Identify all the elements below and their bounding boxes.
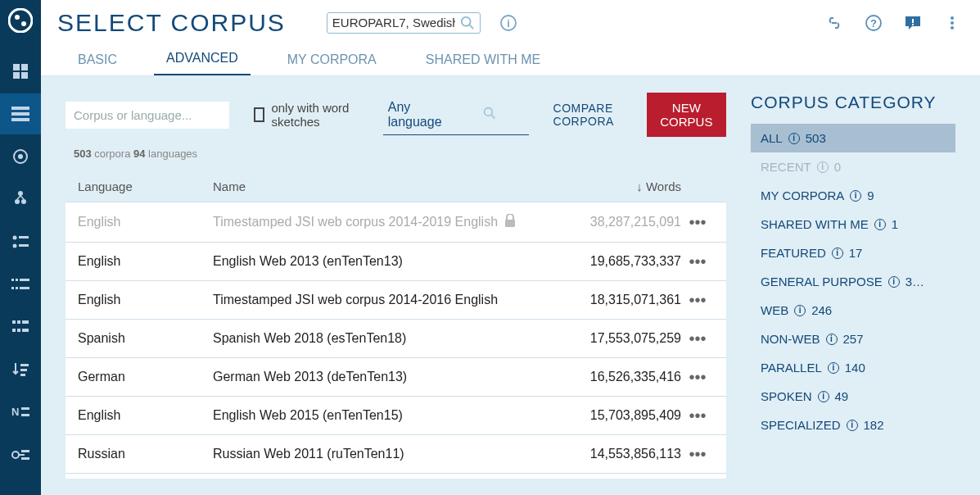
row-more-icon[interactable]: •••	[681, 411, 714, 420]
table-row[interactable]: EnglishTimestamped JSI web corpus 2014-2…	[65, 202, 726, 242]
nav-grid-icon[interactable]	[0, 307, 41, 347]
svg-rect-38	[21, 450, 29, 452]
svg-rect-22	[11, 287, 14, 289]
nav-thesaurus-icon[interactable]	[0, 179, 41, 220]
svg-rect-32	[20, 369, 27, 371]
category-item[interactable]: MY CORPORA i 9	[751, 181, 955, 210]
link-icon[interactable]	[823, 11, 846, 34]
svg-point-11	[18, 154, 23, 159]
info-icon[interactable]: i	[497, 11, 520, 34]
category-item[interactable]: NON-WEB i 257	[751, 325, 955, 353]
svg-point-0	[9, 9, 32, 32]
svg-point-48	[951, 21, 954, 25]
category-item[interactable]: SPECIALIZED i 182	[751, 411, 955, 439]
category-item[interactable]: SPOKEN i 49	[751, 382, 955, 411]
tab-basic[interactable]: BASIC	[65, 44, 129, 75]
more-icon[interactable]	[941, 11, 964, 34]
nav-dashboard-icon[interactable]	[0, 51, 41, 92]
tab-mycorpora[interactable]: MY CORPORA	[275, 44, 389, 75]
svg-point-47	[951, 16, 954, 20]
category-count: 503	[806, 131, 826, 145]
col-words[interactable]: ↓ Words	[558, 179, 681, 193]
svg-point-37	[12, 452, 19, 458]
info-icon[interactable]: i	[826, 334, 838, 345]
svg-rect-28	[12, 329, 16, 332]
cell-words: 17,553,075,259	[558, 331, 681, 346]
category-item[interactable]: SHARED WITH ME i 1	[751, 210, 955, 238]
svg-rect-33	[20, 374, 25, 376]
svg-rect-27	[22, 320, 29, 324]
info-icon[interactable]: i	[832, 248, 843, 259]
row-more-icon[interactable]: •••	[681, 450, 714, 458]
info-icon[interactable]: i	[850, 190, 861, 202]
info-icon[interactable]: i	[818, 391, 829, 402]
new-corpus-button[interactable]: NEW CORPUS	[647, 93, 726, 137]
info-icon[interactable]: i	[847, 420, 858, 431]
svg-rect-9	[11, 118, 29, 121]
cell-language: Russian	[78, 447, 213, 461]
compare-corpora-link[interactable]: COMPARE CORPORA	[553, 102, 632, 128]
category-item[interactable]: RECENT i 0	[751, 152, 955, 181]
row-more-icon[interactable]: •••	[681, 373, 714, 381]
category-item[interactable]: FEATURED i 17	[751, 238, 955, 267]
col-language[interactable]: Language	[78, 179, 213, 193]
info-icon[interactable]: i	[817, 161, 829, 173]
category-count: 1	[892, 217, 898, 231]
category-item[interactable]: WEB i 246	[751, 296, 955, 325]
corpus-search-input[interactable]	[332, 16, 455, 30]
category-item[interactable]: PARALLEL i 140	[751, 353, 955, 382]
only-sketches-checkbox[interactable]: only with word sketches	[254, 101, 359, 129]
nav-collocation-icon[interactable]	[0, 264, 41, 305]
row-more-icon[interactable]: •••	[681, 296, 714, 304]
table-row[interactable]: EnglishEnglish Web 2012 (enTenTen12)11,1…	[65, 473, 726, 479]
corpus-search[interactable]	[327, 12, 481, 34]
side-nav: N	[0, 0, 41, 495]
only-sketches-label: only with word sketches	[271, 101, 358, 129]
svg-rect-3	[13, 64, 20, 70]
corpus-filter-input[interactable]	[65, 102, 229, 129]
feedback-icon[interactable]	[901, 11, 924, 34]
row-more-icon[interactable]: •••	[681, 257, 714, 266]
language-select[interactable]: Any language	[383, 95, 529, 135]
info-icon[interactable]: i	[874, 219, 886, 230]
svg-rect-16	[19, 236, 29, 238]
svg-point-2	[21, 21, 26, 26]
svg-rect-51	[505, 220, 515, 227]
tab-advanced[interactable]: ADVANCED	[154, 43, 251, 75]
nav-target-icon[interactable]	[0, 136, 41, 177]
tab-shared[interactable]: SHARED WITH ME	[413, 44, 553, 75]
nav-list-icon[interactable]	[0, 93, 41, 134]
info-icon[interactable]: i	[888, 276, 900, 288]
top-bar: SELECT CORPUS i ?	[41, 0, 980, 45]
svg-rect-8	[11, 112, 29, 116]
nav-keyword-icon[interactable]	[0, 434, 41, 475]
nav-ngram-icon[interactable]: N	[0, 392, 41, 433]
table-row[interactable]: EnglishEnglish Web 2013 (enTenTen13)19,6…	[65, 242, 726, 280]
category-item[interactable]: GENERAL PURPOSE i 3…	[751, 267, 955, 296]
category-label: SPOKEN	[761, 389, 812, 403]
help-icon[interactable]: ?	[862, 11, 885, 34]
language-select-label: Any language	[388, 100, 442, 129]
info-icon[interactable]: i	[794, 305, 806, 316]
table-row[interactable]: EnglishTimestamped JSI web corpus 2014-2…	[65, 280, 726, 319]
category-label: PARALLEL	[761, 361, 822, 375]
category-label: RECENT	[761, 160, 811, 174]
nav-bullets-icon[interactable]	[0, 221, 41, 262]
col-name[interactable]: Name	[213, 179, 558, 193]
nav-sort-icon[interactable]	[0, 349, 41, 390]
info-icon[interactable]: i	[788, 133, 800, 144]
cell-name: Timestamped JSI web corpus 2014-2016 Eng…	[213, 293, 558, 307]
table-row[interactable]: SpanishSpanish Web 2018 (esTenTen18)17,5…	[65, 319, 726, 357]
svg-text:i: i	[507, 17, 510, 30]
table-row[interactable]: RussianRussian Web 2011 (ruTenTen11)14,5…	[65, 434, 726, 473]
row-more-icon[interactable]: •••	[681, 334, 714, 343]
category-label: GENERAL PURPOSE	[761, 275, 883, 288]
category-count: 49	[835, 389, 849, 403]
table-row[interactable]: GermanGerman Web 2013 (deTenTen13)16,526…	[65, 357, 726, 396]
table-row[interactable]: EnglishEnglish Web 2015 (enTenTen15)15,7…	[65, 396, 726, 434]
info-icon[interactable]: i	[828, 362, 839, 374]
row-more-icon[interactable]: •••	[681, 218, 714, 226]
cell-words: 15,703,895,409	[558, 408, 681, 423]
category-item[interactable]: ALL i 503	[751, 124, 955, 152]
search-icon[interactable]	[460, 16, 475, 30]
